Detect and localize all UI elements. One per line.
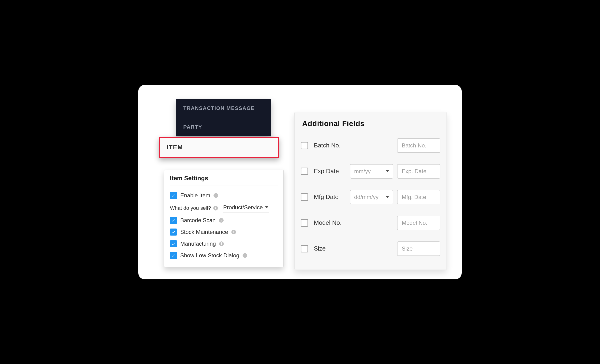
info-icon[interactable]: i xyxy=(219,218,224,223)
info-icon[interactable]: i xyxy=(219,242,224,246)
label-low-stock: Show Low Stock Dialog xyxy=(180,252,239,259)
select-what-sell[interactable]: Product/Service xyxy=(223,203,269,213)
additional-fields-title: Additional Fields xyxy=(302,119,441,128)
check-icon xyxy=(171,253,176,258)
label-enable-item: Enable Item xyxy=(180,192,210,199)
checkbox-batch[interactable] xyxy=(301,142,308,149)
setting-low-stock: Show Low Stock Dialog i xyxy=(170,250,278,261)
input-batch[interactable] xyxy=(397,138,441,153)
label-model: Model No. xyxy=(314,219,393,226)
setting-enable-item: Enable Item i xyxy=(170,190,278,201)
setting-manufacturing: Manufacturing i xyxy=(170,238,278,250)
check-icon xyxy=(171,230,176,234)
nav-label: ITEM xyxy=(167,144,183,151)
field-size: Size xyxy=(301,236,441,261)
select-value: mm/yy xyxy=(354,168,371,175)
left-nav: TRANSACTION MESSAGE PARTY xyxy=(176,99,271,136)
item-settings-title: Item Settings xyxy=(170,175,278,185)
input-exp[interactable] xyxy=(397,164,441,179)
label-batch: Batch No. xyxy=(314,142,393,149)
checkbox-low-stock[interactable] xyxy=(170,252,177,259)
input-size[interactable] xyxy=(397,242,441,256)
setting-stock: Stock Maintenance i xyxy=(170,226,278,238)
setting-barcode: Barcode Scan i xyxy=(170,215,278,226)
label-stock: Stock Maintenance xyxy=(180,229,228,235)
nav-item-party[interactable]: PARTY xyxy=(176,118,271,136)
select-exp-format[interactable]: mm/yy xyxy=(350,164,393,179)
nav-item-item-selected[interactable]: ITEM xyxy=(159,137,279,158)
nav-label: PARTY xyxy=(183,124,202,130)
checkbox-enable-item[interactable] xyxy=(170,192,177,199)
item-settings-panel: Item Settings Enable Item i What do you … xyxy=(164,170,284,267)
info-icon[interactable]: i xyxy=(243,253,247,258)
select-value: dd/mm/yy xyxy=(354,194,378,200)
input-mfg[interactable] xyxy=(397,190,441,204)
checkbox-model[interactable] xyxy=(301,219,308,227)
field-model: Model No. xyxy=(301,210,441,236)
checkbox-barcode[interactable] xyxy=(170,217,177,224)
field-exp: Exp Date mm/yy xyxy=(301,159,441,184)
chevron-down-icon xyxy=(265,206,268,208)
chevron-down-icon xyxy=(386,170,389,172)
settings-card: TRANSACTION MESSAGE PARTY ITEM Item Sett… xyxy=(138,85,462,279)
label-barcode: Barcode Scan xyxy=(180,217,216,224)
select-mfg-format[interactable]: dd/mm/yy xyxy=(350,190,393,204)
setting-what-sell: What do you sell? i Product/Service xyxy=(170,201,278,215)
nav-label: TRANSACTION MESSAGE xyxy=(183,105,255,111)
info-icon[interactable]: i xyxy=(214,193,218,198)
input-model[interactable] xyxy=(397,216,441,230)
check-icon xyxy=(171,242,176,246)
check-icon xyxy=(171,193,176,198)
checkbox-stock[interactable] xyxy=(170,229,177,235)
check-icon xyxy=(171,218,176,223)
field-batch: Batch No. xyxy=(301,133,441,159)
checkbox-manufacturing[interactable] xyxy=(170,240,177,247)
label-what-sell: What do you sell? xyxy=(170,205,211,211)
nav-item-transaction-message[interactable]: TRANSACTION MESSAGE xyxy=(176,99,271,118)
label-mfg: Mfg Date xyxy=(314,193,346,201)
checkbox-size[interactable] xyxy=(301,245,308,252)
additional-fields-panel: Additional Fields Batch No. Exp Date mm/… xyxy=(294,112,447,270)
label-exp: Exp Date xyxy=(314,168,346,175)
field-mfg: Mfg Date dd/mm/yy xyxy=(301,184,441,210)
info-icon[interactable]: i xyxy=(231,230,236,234)
label-manufacturing: Manufacturing xyxy=(180,241,216,247)
label-size: Size xyxy=(314,245,393,252)
select-value: Product/Service xyxy=(223,204,263,211)
checkbox-mfg[interactable] xyxy=(301,193,308,201)
chevron-down-icon xyxy=(386,196,389,198)
info-icon[interactable]: i xyxy=(213,206,218,210)
checkbox-exp[interactable] xyxy=(301,168,308,175)
